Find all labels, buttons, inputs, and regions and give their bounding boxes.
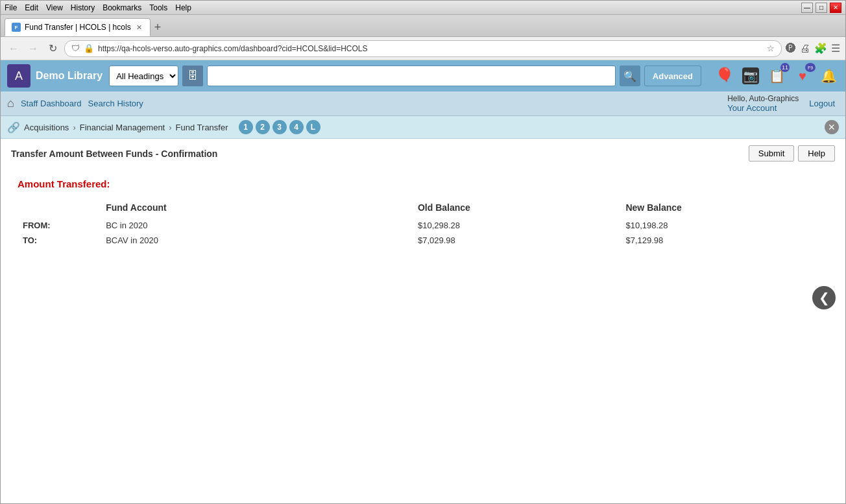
breadcrumb-bar: 🔗 Acquisitions › Financial Management › … xyxy=(1,116,845,139)
from-fund-account: BC in 2020 xyxy=(101,218,413,233)
library-name: Demo Library xyxy=(36,70,103,82)
account-section: Hello, Auto-Graphics Your Account xyxy=(727,94,799,113)
header-icons: 🎈 📷 📋 11 ♥ F9 🔔 xyxy=(714,66,839,86)
page-title: Transfer Amount Between Funds - Confirma… xyxy=(11,149,217,159)
logout-button[interactable]: Logout xyxy=(805,97,839,110)
print-icon[interactable]: 🖨 xyxy=(800,43,810,54)
close-button[interactable]: ✕ xyxy=(830,3,841,13)
from-row: FROM: BC in 2020 $10,298.28 $10,198.28 xyxy=(18,218,828,233)
submit-button[interactable]: Submit xyxy=(749,145,794,162)
browser-titlebar: File Edit View History Bookmarks Tools H… xyxy=(1,1,845,15)
camera-icon: 📷 xyxy=(742,67,759,84)
heart-icon-button[interactable]: ♥ F9 xyxy=(792,66,813,86)
advanced-search-button[interactable]: Advanced xyxy=(644,66,701,86)
address-input-container: 🛡 🔒 https://qa-hcols-verso.auto-graphics… xyxy=(64,40,782,57)
step-l-badge[interactable]: L xyxy=(306,120,320,134)
step-badges: 1 2 3 4 L xyxy=(239,120,320,134)
menu-edit[interactable]: Edit xyxy=(25,3,38,12)
menu-bar: File Edit View History Bookmarks Tools H… xyxy=(5,3,191,12)
reload-button[interactable]: ↻ xyxy=(45,41,60,56)
page-content: Transfer Amount Between Funds - Confirma… xyxy=(1,139,845,463)
to-row: TO: BCAV in 2020 $7,029.98 $7,129.98 xyxy=(18,233,828,248)
pocket-icon[interactable]: 🅟 xyxy=(786,43,796,54)
breadcrumb-sep-2: › xyxy=(169,123,171,132)
help-button[interactable]: Help xyxy=(798,145,835,162)
window-controls: — □ ✕ xyxy=(801,3,841,13)
database-icon-button[interactable]: 🗄 xyxy=(182,66,203,86)
bell-icon: 🔔 xyxy=(821,68,837,84)
active-tab[interactable]: F Fund Transfer | HCOLS | hcols ✕ xyxy=(5,18,151,36)
nav-left: ⌂ Staff Dashboard Search History xyxy=(7,97,143,110)
menu-file[interactable]: File xyxy=(5,3,17,12)
bell-icon-button[interactable]: 🔔 xyxy=(818,66,839,86)
balloon-icon-button[interactable]: 🎈 xyxy=(714,66,735,86)
search-history-link[interactable]: Search History xyxy=(88,99,143,108)
step-4-badge[interactable]: 4 xyxy=(289,120,304,134)
step-2-badge[interactable]: 2 xyxy=(256,120,270,134)
col-new-balance: New Balance xyxy=(620,200,828,218)
toolbar-right: 🅟 🖨 🧩 ☰ xyxy=(786,42,840,54)
tab-favicon: F xyxy=(12,23,21,32)
page-header-row: Transfer Amount Between Funds - Confirma… xyxy=(11,145,835,162)
breadcrumb-acquisitions[interactable]: Acquisitions xyxy=(24,123,69,132)
amount-transferred-label: Amount Transfered: xyxy=(18,178,828,189)
home-icon[interactable]: ⌂ xyxy=(7,97,14,110)
menu-help[interactable]: Help xyxy=(175,3,191,12)
step-1-badge[interactable]: 1 xyxy=(239,120,253,134)
headings-select-wrap: All Headings Title Author Subject xyxy=(109,66,178,86)
menu-tools[interactable]: Tools xyxy=(149,3,167,12)
camera-icon-button[interactable]: 📷 xyxy=(740,66,761,86)
breadcrumb-financial-management[interactable]: Financial Management xyxy=(80,123,165,132)
from-label: FROM: xyxy=(18,218,101,233)
extension-icon[interactable]: 🧩 xyxy=(814,42,827,54)
to-label: TO: xyxy=(18,233,101,248)
new-tab-button[interactable]: + xyxy=(151,18,165,36)
tab-close-button[interactable]: ✕ xyxy=(135,23,143,32)
back-nav-button[interactable]: ← xyxy=(6,41,21,56)
back-float-button[interactable]: ❮ xyxy=(812,286,836,309)
col-old-balance: Old Balance xyxy=(413,200,621,218)
menu-view[interactable]: View xyxy=(46,3,63,12)
menu-history[interactable]: History xyxy=(71,3,95,12)
chain-icon: 🔗 xyxy=(7,121,20,134)
search-text-input[interactable] xyxy=(207,66,616,86)
tab-bar: F Fund Transfer | HCOLS | hcols ✕ + xyxy=(1,15,845,37)
heart-icon: ♥ xyxy=(799,69,806,84)
shield-icon: 🛡 xyxy=(71,43,80,53)
from-old-balance: $10,298.28 xyxy=(413,218,621,233)
tab-title: Fund Transfer | HCOLS | hcols xyxy=(25,23,131,32)
menu-icon[interactable]: ☰ xyxy=(831,42,840,54)
col-fund-account: Fund Account xyxy=(101,200,413,218)
step-3-badge[interactable]: 3 xyxy=(272,120,287,134)
transfer-table: Fund Account Old Balance New Balance FRO… xyxy=(18,200,828,248)
app-header: A Demo Library All Headings Title Author… xyxy=(1,60,845,91)
col-empty xyxy=(18,200,101,218)
star-icon[interactable]: ☆ xyxy=(767,43,775,53)
back-icon: ❮ xyxy=(819,290,830,306)
to-old-balance: $7,029.98 xyxy=(413,233,621,248)
search-section: All Headings Title Author Subject 🗄 🔍 Ad… xyxy=(109,66,701,86)
app-logo-icon: A xyxy=(7,64,30,88)
browser-frame: File Edit View History Bookmarks Tools H… xyxy=(0,0,846,504)
nav-bar: ⌂ Staff Dashboard Search History Hello, … xyxy=(1,91,845,116)
minimize-button[interactable]: — xyxy=(801,3,813,13)
account-link[interactable]: Your Account xyxy=(727,103,777,113)
headings-select[interactable]: All Headings Title Author Subject xyxy=(110,66,178,86)
to-new-balance: $7,129.98 xyxy=(620,233,828,248)
hello-text: Hello, Auto-Graphics xyxy=(727,94,799,103)
menu-bookmarks[interactable]: Bookmarks xyxy=(103,3,141,12)
breadcrumb-sep-1: › xyxy=(73,123,75,132)
list-icon-button[interactable]: 📋 11 xyxy=(766,66,787,86)
transfer-section: Amount Transfered: Fund Account Old Bala… xyxy=(11,172,835,254)
nav-right: Hello, Auto-Graphics Your Account Logout xyxy=(727,94,839,113)
search-go-button[interactable]: 🔍 xyxy=(620,66,640,86)
forward-nav-button[interactable]: → xyxy=(25,41,41,56)
breadcrumb-fund-transfer[interactable]: Fund Transfer xyxy=(176,123,228,132)
address-url[interactable]: https://qa-hcols-verso.auto-graphics.com… xyxy=(98,44,763,53)
breadcrumb-close-button[interactable]: ✕ xyxy=(825,120,839,134)
staff-dashboard-link[interactable]: Staff Dashboard xyxy=(21,99,82,108)
heart-badge: F9 xyxy=(805,63,816,72)
lock-icon: 🔒 xyxy=(84,43,94,53)
maximize-button[interactable]: □ xyxy=(816,3,827,13)
list-badge: 11 xyxy=(780,63,790,72)
